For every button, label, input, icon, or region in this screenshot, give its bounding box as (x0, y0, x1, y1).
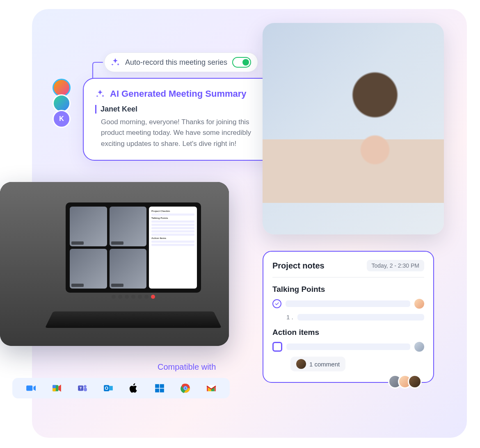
meeting-side-panel: Project Checkin Talking Points Action It… (149, 207, 197, 289)
svg-rect-13 (155, 389, 159, 392)
assignee-avatar (414, 342, 424, 352)
assignee-avatar (414, 299, 424, 309)
talking-points-heading: Talking Points (272, 285, 424, 294)
panel-title: Project Checkin (151, 210, 194, 212)
subitem-number: 1 . (286, 314, 293, 321)
google-meet-icon (51, 383, 62, 393)
outlook-icon: O (103, 383, 114, 393)
svg-rect-3 (53, 388, 56, 391)
video-tile (70, 249, 107, 289)
panel-heading: Talking Points (151, 217, 194, 219)
action-item-text-placeholder[interactable] (286, 343, 410, 350)
comments-chip[interactable]: 1 comment (290, 357, 345, 371)
apple-icon (128, 383, 139, 393)
summary-body: Good morning, everyone! Thanks for joini… (95, 117, 272, 149)
commenter-avatar (296, 359, 306, 369)
avatar-letter: K (53, 110, 71, 128)
notes-time-chip: Today, 2 - 2:30 PM (367, 260, 424, 271)
sparkle-icon (110, 57, 120, 67)
collaborators (388, 375, 422, 389)
video-tile (70, 207, 107, 246)
auto-record-pill: Auto-record this meeting series (104, 52, 258, 72)
panel-heading: Action Items (151, 237, 194, 239)
compatible-apps-bar: T O (12, 378, 230, 398)
avatar (408, 375, 422, 389)
video-tile (110, 207, 147, 246)
gmail-icon (206, 383, 217, 393)
compatible-label: Compatible with (158, 362, 216, 372)
auto-record-toggle[interactable] (232, 57, 251, 68)
svg-rect-2 (53, 385, 56, 388)
talking-point-text-placeholder[interactable] (286, 300, 410, 307)
microsoft-teams-icon: T (77, 383, 88, 393)
laptop-photo: Project Checkin Talking Points Action It… (0, 182, 229, 346)
chrome-icon (180, 383, 191, 393)
video-tile (110, 249, 147, 289)
sparkle-icon (95, 89, 105, 99)
zoom-icon (25, 383, 36, 393)
checked-circle-icon[interactable] (272, 299, 281, 308)
svg-rect-0 (27, 386, 33, 391)
svg-text:T: T (80, 386, 82, 390)
svg-rect-7 (84, 388, 87, 391)
speaker-name: Janet Keel (95, 105, 272, 114)
hero-photo (263, 23, 444, 234)
summary-title: AI Generated Meeting Summary (110, 89, 247, 99)
windows-icon (154, 383, 165, 393)
ai-summary-card: AI Generated Meeting Summary Janet Keel … (83, 78, 284, 161)
auto-record-label: Auto-record this meeting series (125, 58, 227, 67)
svg-point-6 (84, 385, 87, 388)
unchecked-checkbox[interactable] (272, 342, 282, 352)
svg-point-18 (184, 387, 187, 389)
svg-rect-10 (109, 386, 113, 391)
svg-rect-12 (160, 384, 164, 388)
notes-title: Project notes (272, 261, 325, 271)
svg-text:O: O (105, 386, 108, 391)
subitem-text-placeholder[interactable] (297, 314, 424, 321)
project-notes-card: Project notes Today, 2 - 2:30 PM Talking… (263, 251, 434, 383)
svg-rect-11 (155, 384, 159, 388)
action-items-heading: Action items (272, 328, 424, 337)
call-controls (86, 295, 181, 300)
comment-count: 1 comment (309, 361, 340, 368)
participant-avatars: K (53, 79, 71, 128)
svg-rect-14 (160, 389, 164, 392)
